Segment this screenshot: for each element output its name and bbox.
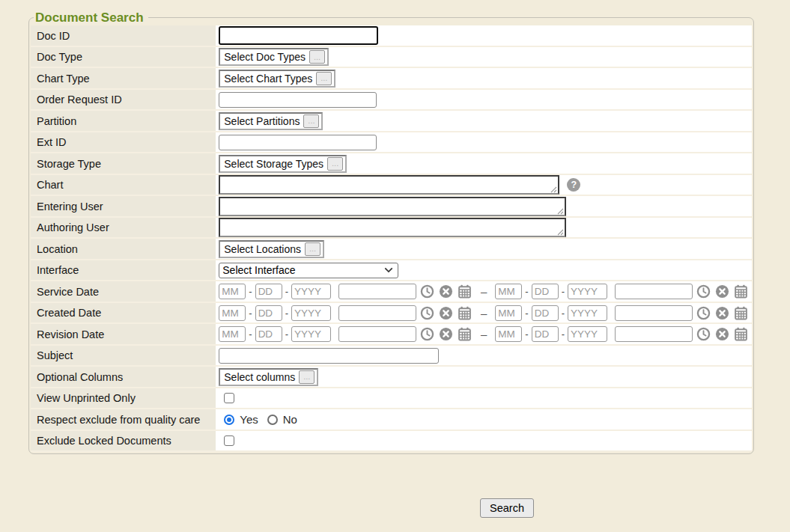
ellipsis-button[interactable]: ... bbox=[299, 370, 315, 384]
radio-yes[interactable] bbox=[224, 415, 234, 425]
form-row: Chart TypeSelect Chart Types... bbox=[31, 68, 752, 90]
to-month-input[interactable] bbox=[495, 326, 522, 342]
from-calendar-icon[interactable] bbox=[458, 284, 472, 299]
view-unprinted-only-checkbox[interactable] bbox=[224, 393, 234, 403]
radio-no[interactable] bbox=[267, 415, 278, 425]
from-datetime-input[interactable] bbox=[338, 326, 416, 342]
field-label: Partition bbox=[31, 111, 216, 132]
from-month-input[interactable] bbox=[219, 305, 246, 321]
to-clock-icon[interactable] bbox=[696, 306, 711, 320]
page-title: Document Search bbox=[34, 10, 148, 25]
from-calendar-icon[interactable] bbox=[458, 306, 472, 320]
location-picker-button[interactable]: Select Locations... bbox=[219, 240, 324, 258]
to-datetime-input[interactable] bbox=[615, 326, 693, 342]
from-clock-icon[interactable] bbox=[420, 284, 434, 299]
to-clear-icon[interactable] bbox=[715, 306, 729, 320]
field-value-cell bbox=[216, 196, 752, 218]
from-calendar-icon[interactable] bbox=[458, 327, 472, 341]
chart-type-picker-button[interactable]: Select Chart Types... bbox=[219, 70, 335, 88]
form-row: Authoring User bbox=[31, 218, 752, 239]
from-datetime-input[interactable] bbox=[338, 305, 416, 321]
form-row: Created Date--–-- bbox=[31, 303, 752, 325]
to-clear-icon[interactable] bbox=[715, 284, 729, 299]
to-day-input[interactable] bbox=[532, 305, 559, 321]
from-datetime-input[interactable] bbox=[338, 284, 416, 299]
resize-handle-icon[interactable] bbox=[557, 208, 564, 215]
order-request-id-input[interactable] bbox=[219, 92, 377, 108]
to-month-input[interactable] bbox=[495, 305, 522, 321]
from-day-input[interactable] bbox=[255, 284, 282, 299]
field-label: Respect exclude from quality care bbox=[31, 409, 216, 431]
field-value-cell bbox=[216, 25, 752, 47]
to-datetime-input[interactable] bbox=[615, 305, 693, 321]
from-year-input[interactable] bbox=[291, 305, 331, 321]
from-year-input[interactable] bbox=[291, 326, 331, 342]
ellipsis-button[interactable]: ... bbox=[305, 242, 320, 256]
to-year-input[interactable] bbox=[568, 305, 607, 321]
subject-input[interactable] bbox=[219, 348, 439, 364]
ellipsis-button[interactable]: ... bbox=[316, 72, 332, 85]
field-label: View Unprinted Only bbox=[31, 388, 216, 410]
field-value-cell: --–-- bbox=[216, 303, 752, 325]
field-value-cell: --–-- bbox=[216, 281, 752, 303]
optional-columns-picker-button[interactable]: Select columns... bbox=[219, 368, 318, 386]
ellipsis-button[interactable]: ... bbox=[327, 157, 343, 171]
from-month-input[interactable] bbox=[219, 284, 246, 299]
field-label: Optional Columns bbox=[31, 367, 216, 388]
interface-select[interactable]: Select Interface bbox=[219, 263, 398, 278]
help-icon[interactable]: ? bbox=[567, 178, 580, 192]
field-value-cell: Select Storage Types... bbox=[216, 153, 752, 175]
picker-label: Select columns bbox=[224, 371, 295, 383]
field-value-cell bbox=[216, 218, 752, 239]
doc-id-input[interactable] bbox=[219, 26, 378, 45]
ellipsis-button[interactable]: ... bbox=[309, 50, 325, 64]
form-row: Doc ID bbox=[31, 25, 752, 47]
from-month-input[interactable] bbox=[219, 326, 246, 342]
to-clock-icon[interactable] bbox=[696, 284, 711, 299]
form-row: Order Request ID bbox=[31, 90, 752, 111]
to-clear-icon[interactable] bbox=[715, 327, 729, 341]
to-day-input[interactable] bbox=[532, 326, 559, 342]
select-value: Select Interface bbox=[222, 264, 295, 276]
entering-user-textarea[interactable] bbox=[219, 197, 566, 216]
from-clock-icon[interactable] bbox=[420, 327, 434, 341]
from-clear-icon[interactable] bbox=[439, 306, 453, 320]
resize-handle-icon[interactable] bbox=[557, 229, 564, 236]
form-row: Subject bbox=[31, 346, 752, 367]
authoring-user-textarea[interactable] bbox=[219, 218, 566, 237]
to-calendar-icon[interactable] bbox=[734, 306, 748, 320]
to-datetime-input[interactable] bbox=[615, 284, 693, 299]
field-value-cell bbox=[216, 90, 752, 111]
partition-picker-button[interactable]: Select Partitions... bbox=[219, 112, 323, 130]
ext-id-input[interactable] bbox=[219, 135, 377, 150]
to-clock-icon[interactable] bbox=[696, 327, 711, 341]
to-year-input[interactable] bbox=[568, 326, 607, 342]
ellipsis-button[interactable]: ... bbox=[303, 114, 319, 128]
from-clear-icon[interactable] bbox=[439, 327, 453, 341]
chart-textarea[interactable] bbox=[219, 175, 559, 195]
search-button[interactable]: Search bbox=[480, 498, 534, 518]
from-clear-icon[interactable] bbox=[439, 284, 453, 299]
field-label: Chart bbox=[31, 175, 216, 197]
to-month-input[interactable] bbox=[495, 284, 522, 299]
picker-label: Select Partitions bbox=[224, 115, 300, 127]
doc-type-picker-button[interactable]: Select Doc Types... bbox=[219, 48, 329, 66]
storage-type-picker-button[interactable]: Select Storage Types... bbox=[219, 155, 347, 173]
from-year-input[interactable] bbox=[291, 284, 331, 299]
form-row: View Unprinted Only bbox=[31, 388, 752, 410]
range-dash: – bbox=[481, 307, 487, 319]
form-row: Revision Date--–-- bbox=[31, 324, 752, 346]
from-clock-icon[interactable] bbox=[420, 306, 434, 320]
field-value-cell: Select Interface bbox=[216, 260, 752, 282]
field-label: Location bbox=[31, 239, 216, 260]
from-day-input[interactable] bbox=[255, 326, 282, 342]
to-calendar-icon[interactable] bbox=[734, 284, 748, 299]
document-search-fieldset: Document Search Doc IDDoc TypeSelect Doc… bbox=[28, 10, 754, 454]
field-label: Exclude Locked Documents bbox=[31, 431, 216, 453]
to-calendar-icon[interactable] bbox=[734, 327, 748, 341]
resize-handle-icon[interactable] bbox=[550, 186, 557, 193]
to-year-input[interactable] bbox=[568, 284, 607, 299]
from-day-input[interactable] bbox=[255, 305, 282, 321]
to-day-input[interactable] bbox=[532, 284, 559, 299]
exclude-locked-documents-checkbox[interactable] bbox=[224, 435, 234, 446]
